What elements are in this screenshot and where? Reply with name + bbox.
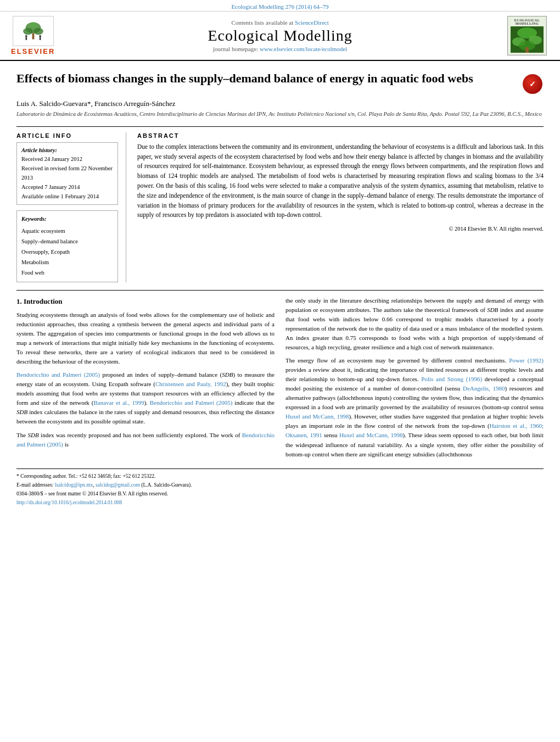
svg-rect-9 xyxy=(40,37,41,40)
email-link-2[interactable]: salcidog@gmail.com xyxy=(96,482,140,488)
article-title: Effects of biomass changes in the supply… xyxy=(16,71,516,87)
keyword-5: Food web xyxy=(21,268,113,278)
svg-point-8 xyxy=(39,35,41,37)
contents-label: Contents lists available at xyxy=(232,19,294,26)
author-names: Luis A. Salcido-Guevara*, Francisco Arre… xyxy=(16,99,176,108)
body-columns: 1. Introduction Studying ecosystems thro… xyxy=(16,296,544,463)
ref-banavar-1999: Banavar et al., 1999 xyxy=(93,399,144,406)
journal-citation-bar: Ecological Modelling 276 (2014) 64–79 xyxy=(0,0,560,12)
homepage-label: journal homepage: xyxy=(213,46,258,52)
email-name-note: (L.A. Salcido-Guevara). xyxy=(141,482,192,488)
ref-huxel-mccann-1998-1: Huxel and McCann, 1998 xyxy=(285,413,349,420)
keywords-title: Keywords: xyxy=(21,214,113,225)
article-info-column: ARTICLE INFO Article history: Received 2… xyxy=(16,132,126,282)
ref-bendoricchio-2005-3: Bendoricchio and Palmeri (2005) xyxy=(16,432,275,448)
abstract-column: ABSTRACT Due to the complex interactions… xyxy=(137,132,544,282)
homepage-url[interactable]: www.elsevier.com/locate/ecolmodel xyxy=(260,46,347,52)
history-label: Article history: xyxy=(21,146,113,155)
elsevier-logo: ELSEVIER xyxy=(11,16,55,55)
svg-rect-15 xyxy=(525,47,529,53)
right-para-2: The energy flow of an ecosystem may be g… xyxy=(285,356,544,459)
elsevier-wordmark: ELSEVIER xyxy=(11,47,55,55)
elsevier-logo-box xyxy=(13,16,54,46)
section-divider xyxy=(16,290,544,291)
eco-logo-box: ECOLOGICAL MODELLING xyxy=(507,16,547,55)
eco-image-svg xyxy=(511,26,544,53)
left-para-1: Studying ecosystems through an analysis … xyxy=(16,310,275,366)
sciencedirect-link[interactable]: ScienceDirect xyxy=(295,19,329,26)
footnotes-area: * Corresponding author. Tel.: +52 612 34… xyxy=(16,468,544,507)
doi-line: 0304-3800/$ – see front matter © 2014 El… xyxy=(16,490,544,498)
article-history-box: Article history: Received 24 January 201… xyxy=(16,142,118,205)
ref-power-1992: Power (1992) xyxy=(509,357,544,364)
svg-point-2 xyxy=(23,27,33,35)
affiliation: Laboratorio de Dinámica de Ecosistemas A… xyxy=(16,110,544,119)
left-para-2: Bendoricchio and Palmeri (2005) proposed… xyxy=(16,370,275,426)
right-para-1: the only study in the literature describ… xyxy=(285,296,544,352)
svg-rect-4 xyxy=(32,33,34,39)
keyword-3: Oversupply, Ecopath xyxy=(21,247,113,258)
email-note: E-mail addresses: lsalcidog@ipn.mx, salc… xyxy=(16,481,544,489)
article-title-section: Effects of biomass changes in the supply… xyxy=(16,71,544,95)
homepage-line: journal homepage: www.elsevier.com/locat… xyxy=(60,46,500,52)
left-body-column: 1. Introduction Studying ecosystems thro… xyxy=(16,296,275,463)
journal-title: Ecological Modelling xyxy=(60,27,500,44)
article-info-abstract-section: ARTICLE INFO Article history: Received 2… xyxy=(16,126,544,282)
keyword-4: Metabolism xyxy=(21,258,113,268)
section1-title: Introduction xyxy=(24,297,63,305)
article-title-text: Effects of biomass changes in the supply… xyxy=(16,71,516,87)
page-wrapper: Ecological Modelling 276 (2014) 64–79 xyxy=(0,0,560,742)
corresponding-author-note: * Corresponding author. Tel.: +52 612 34… xyxy=(16,472,544,480)
copyright-line: © 2014 Elsevier B.V. All rights reserved… xyxy=(137,226,544,232)
svg-rect-7 xyxy=(25,37,27,40)
received-date: Received 24 January 2012 xyxy=(21,155,113,164)
journal-citation: Ecological Modelling 276 (2014) 64–79 xyxy=(231,3,328,10)
ref-bendoricchio-2005-1: Bendoricchio and Palmeri (2005) xyxy=(16,371,100,378)
eco-logo-image xyxy=(511,26,544,53)
ref-deangelis-1980: DeAngelis, 1980 xyxy=(463,385,505,392)
doi-link[interactable]: http://dx.doi.org/10.1016/j.ecolmodel.20… xyxy=(16,500,122,505)
abstract-text: Due to the complex interactions between … xyxy=(137,142,544,221)
keyword-2: Supply–demand balance xyxy=(21,237,113,247)
authors-line: Luis A. Salcido-Guevara*, Francisco Arre… xyxy=(16,99,544,108)
ecological-modelling-logo: ECOLOGICAL MODELLING xyxy=(505,16,549,55)
journal-center-header: Contents lists available at ScienceDirec… xyxy=(60,19,500,52)
article-content: Effects of biomass changes in the supply… xyxy=(0,61,560,518)
left-para-3: The SDB index was recently proposed and … xyxy=(16,431,275,449)
eco-logo-title: ECOLOGICAL MODELLING xyxy=(509,19,545,25)
copyright-notice: 0304-3800/$ – see front matter © 2014 El… xyxy=(16,491,168,496)
email-link-1[interactable]: lsalcidog@ipn.mx xyxy=(55,482,93,488)
doi-url-line: http://dx.doi.org/10.1016/j.ecolmodel.20… xyxy=(16,499,544,506)
crossmark-icon: ✓ xyxy=(523,74,542,94)
right-body-column: the only study in the literature describ… xyxy=(285,296,544,463)
svg-point-6 xyxy=(25,35,27,37)
abstract-title: ABSTRACT xyxy=(137,132,544,139)
section1-heading: 1. Introduction xyxy=(16,296,275,307)
received-revised-date: Received in revised form 22 November 201… xyxy=(21,164,113,183)
email-label: E-mail addresses: xyxy=(16,482,55,488)
available-online-date: Available online 1 February 2014 xyxy=(21,192,113,202)
ref-hairston-1960: Hairston et al., 1960; Oksanen, 1991 xyxy=(285,422,544,438)
svg-point-3 xyxy=(33,27,43,35)
keyword-1: Aquatic ecosystem xyxy=(21,226,113,237)
journal-header: ELSEVIER Contents lists available at Sci… xyxy=(0,12,560,61)
section1-number: 1. xyxy=(16,297,22,305)
article-info-title: ARTICLE INFO xyxy=(16,132,118,139)
ref-huxel-mccann-1998-2: Huxel and McCann, 1998 xyxy=(339,432,403,438)
ref-christensen-1992: Christensen and Pauly, 1992 xyxy=(155,381,226,387)
elsevier-tree-icon xyxy=(18,21,48,42)
crossmark-badge: ✓ xyxy=(522,73,544,95)
keywords-box: Keywords: Aquatic ecosystem Supply–deman… xyxy=(16,210,118,282)
accepted-date: Accepted 7 January 2014 xyxy=(21,183,113,192)
svg-point-5 xyxy=(30,22,37,27)
ref-bendoricchio-2005-2: Bendoricchio and Palmeri (2005) xyxy=(150,399,233,406)
ref-polis-strong-1996: Polis and Strong (1996) xyxy=(421,376,482,382)
contents-available-line: Contents lists available at ScienceDirec… xyxy=(60,19,500,26)
